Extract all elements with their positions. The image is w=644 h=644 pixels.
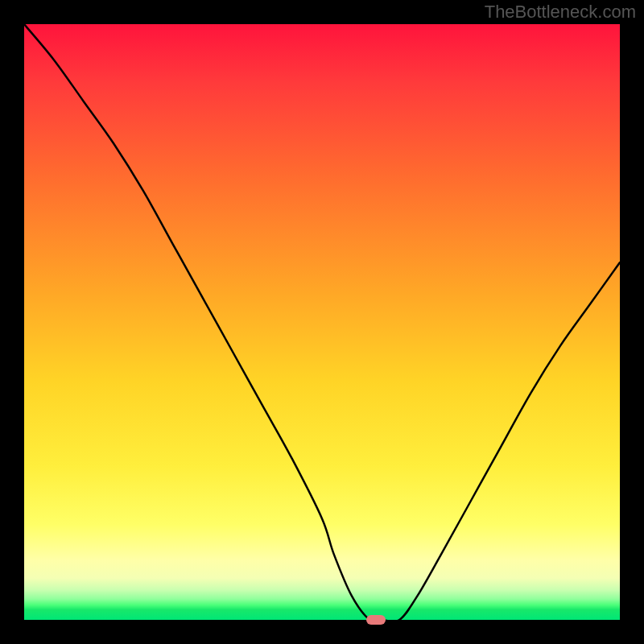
plot-area: [24, 24, 620, 620]
optimal-marker: [366, 615, 386, 625]
chart-container: TheBottleneck.com: [0, 0, 644, 644]
bottleneck-curve: [24, 24, 620, 620]
watermark-text: TheBottleneck.com: [485, 2, 636, 23]
